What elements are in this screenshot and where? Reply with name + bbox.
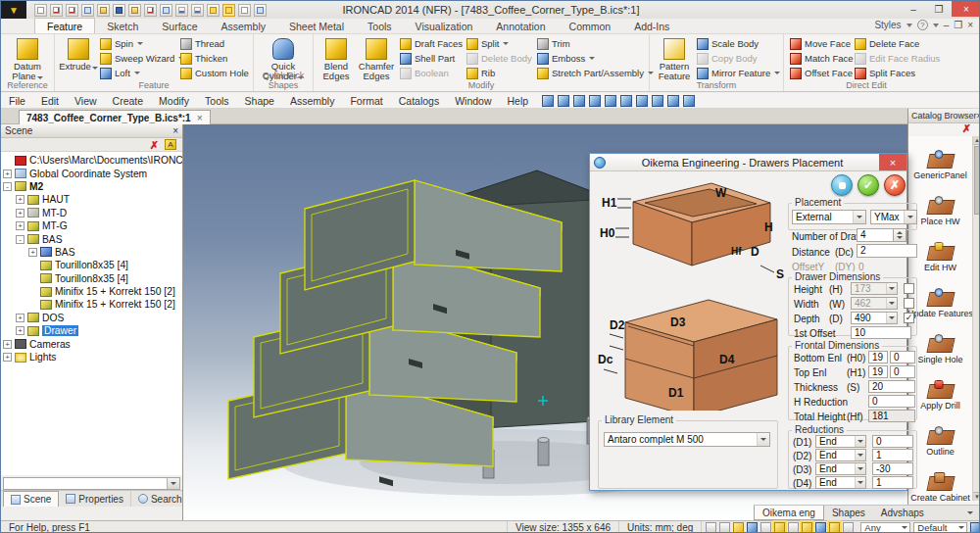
blend-edges-button[interactable]: Blend Edges	[318, 36, 355, 81]
d3-mode-select[interactable]: End	[815, 462, 866, 475]
view-cube-icon[interactable]	[573, 95, 585, 107]
d4-mode-select[interactable]: End	[815, 476, 866, 489]
minimize-button[interactable]: –	[901, 1, 926, 17]
scroll-up-icon[interactable]: ▲	[973, 136, 980, 145]
maximize-button[interactable]: ❐	[926, 1, 952, 17]
d2-mode-select[interactable]: End	[815, 449, 866, 461]
number-of-drawers-input[interactable]: 4	[857, 228, 894, 242]
catalog-item[interactable]: Create Cabinet	[908, 459, 972, 501]
chamfer-edges-button[interactable]: Chamfer Edges	[355, 36, 398, 81]
box-select-icon[interactable]	[802, 522, 812, 533]
menu-format[interactable]: Format	[342, 94, 390, 108]
close-button[interactable]: ×	[952, 1, 980, 17]
extrude-button[interactable]: Extrude	[59, 36, 98, 72]
first-offset-input[interactable]: 10	[851, 326, 911, 339]
copy-icon[interactable]	[254, 4, 267, 17]
scale-body-button[interactable]: Scale Body	[697, 36, 779, 51]
smart-dimension-icon[interactable]	[207, 4, 220, 17]
catalog-item[interactable]: Place HW	[908, 182, 972, 228]
offset-face-button[interactable]: Offset Face	[790, 66, 853, 80]
dialog-close-button[interactable]: ×	[879, 154, 906, 170]
tree-row[interactable]: Tourillon8x35 [4]	[3, 259, 182, 271]
redo-icon[interactable]	[191, 4, 204, 17]
number-of-drawers-stepper[interactable]	[894, 228, 906, 242]
trim-button[interactable]: Trim	[537, 36, 645, 51]
view-cube-icon[interactable]	[542, 95, 554, 107]
rib-button[interactable]: Rib	[466, 66, 535, 80]
tree-row[interactable]: -BAS	[3, 232, 182, 245]
styles-button[interactable]: Styles	[874, 20, 901, 30]
tree-row[interactable]: Minifix 15 + Korrekt 150 [2]	[3, 298, 182, 311]
view-cube-icon[interactable]	[620, 95, 632, 107]
zoom-window-icon[interactable]	[719, 522, 730, 533]
tab-sketch[interactable]: Sketch	[95, 19, 150, 33]
view-cube-icon[interactable]	[558, 95, 569, 107]
bottom-enl-input-1[interactable]: 19	[868, 351, 888, 363]
menu-edit[interactable]: Edit	[33, 94, 67, 108]
view-cube-icon[interactable]	[636, 95, 648, 107]
list-icon[interactable]	[238, 4, 251, 17]
tree-row-selected[interactable]: +Drawer	[3, 324, 182, 337]
tree-row[interactable]: +MT-G	[3, 219, 182, 232]
tab-sheet-metal[interactable]: Sheet Metal	[277, 19, 356, 33]
tab-search[interactable]: Search	[131, 491, 190, 507]
loft-button[interactable]: Loft	[100, 66, 178, 80]
catalog-tab-menu-icon[interactable]	[959, 506, 980, 520]
h-reduction-input[interactable]: 0	[868, 395, 915, 408]
scrollbar-thumb[interactable]	[974, 146, 980, 215]
depth-select[interactable]: 490	[851, 312, 898, 324]
tab-assembly[interactable]: Assembly	[209, 19, 277, 33]
zoom-icon[interactable]	[706, 522, 716, 533]
emboss-button[interactable]: Emboss	[537, 51, 645, 66]
catalog-item[interactable]: Edit HW	[908, 228, 972, 274]
view-cube-icon[interactable]	[652, 95, 663, 107]
help-icon[interactable]: ?	[917, 20, 928, 30]
tree-row[interactable]: +Cameras	[3, 337, 182, 350]
tree-row[interactable]: C:\Users\Marc\Documents\IRONCAD 2014\Ver…	[3, 154, 182, 167]
draft-faces-button[interactable]: Draft Faces	[400, 36, 465, 51]
cursor-select-icon[interactable]	[829, 522, 840, 533]
tree-row[interactable]: Tourillon8x35 [4]	[3, 272, 182, 285]
top-enl-input-2[interactable]: 0	[890, 365, 915, 378]
tab-advshaps[interactable]: Advshaps	[873, 506, 932, 520]
shell-part-button[interactable]: Shell Part	[400, 51, 465, 66]
selection-filter-select[interactable]: Any	[860, 522, 910, 533]
sketch-mode-icon[interactable]	[774, 522, 785, 533]
scene-filter-combobox[interactable]	[3, 477, 180, 490]
tab-properties[interactable]: Properties	[59, 491, 131, 507]
tab-shapes[interactable]: Shapes	[824, 506, 873, 520]
menu-catalogs[interactable]: Catalogs	[391, 94, 447, 108]
document-tab[interactable]: 7483_Coffee_Corner_Type_B.ics*:1 ×	[19, 110, 211, 124]
chevron-down-icon[interactable]	[933, 24, 939, 27]
tab-tools[interactable]: Tools	[356, 19, 404, 33]
thicken-button[interactable]: Thicken	[180, 51, 249, 66]
export-document-icon[interactable]	[66, 4, 78, 17]
undo-icon[interactable]	[175, 4, 188, 17]
display-mode-icon[interactable]	[815, 522, 826, 533]
open-icon[interactable]	[97, 4, 110, 17]
custom-hole-button[interactable]: Custom Hole	[180, 66, 249, 80]
mdi-minimize-icon[interactable]: –	[944, 20, 950, 30]
bottom-enl-input-2[interactable]: 0	[890, 351, 915, 363]
d4-input[interactable]: 1	[872, 476, 913, 489]
menu-view[interactable]: View	[67, 94, 105, 108]
view-cube-icon[interactable]	[589, 95, 601, 107]
shaded-view-icon[interactable]	[747, 522, 758, 533]
render-icon[interactable]	[128, 4, 141, 17]
split-faces-button[interactable]: Split Faces	[855, 66, 945, 80]
tree-row[interactable]: -M2	[3, 180, 182, 193]
annotation-icon[interactable]	[222, 4, 235, 17]
tab-surface[interactable]: Surface	[150, 19, 209, 33]
tab-oikema-eng[interactable]: Oikema eng	[754, 506, 824, 520]
pattern-feature-button[interactable]: Pattern Feature	[654, 36, 695, 81]
catalog-scrollbar[interactable]: ▲ ▼	[972, 136, 980, 501]
preview-button[interactable]	[831, 174, 853, 196]
tree-row[interactable]: +HAUT	[3, 193, 182, 206]
d2-input[interactable]: 1	[872, 449, 913, 461]
dialog-title-bar[interactable]: Oikema Engineering - Drawers Placement ×	[590, 154, 906, 171]
clear-selection-icon[interactable]: ✗	[150, 140, 159, 150]
tab-common[interactable]: Common	[558, 19, 623, 33]
menu-modify[interactable]: Modify	[151, 94, 197, 108]
stretch-part-button[interactable]: Stretch Part/Assembly	[537, 66, 645, 80]
datum-plane-button[interactable]: Datum Plane	[5, 36, 50, 81]
